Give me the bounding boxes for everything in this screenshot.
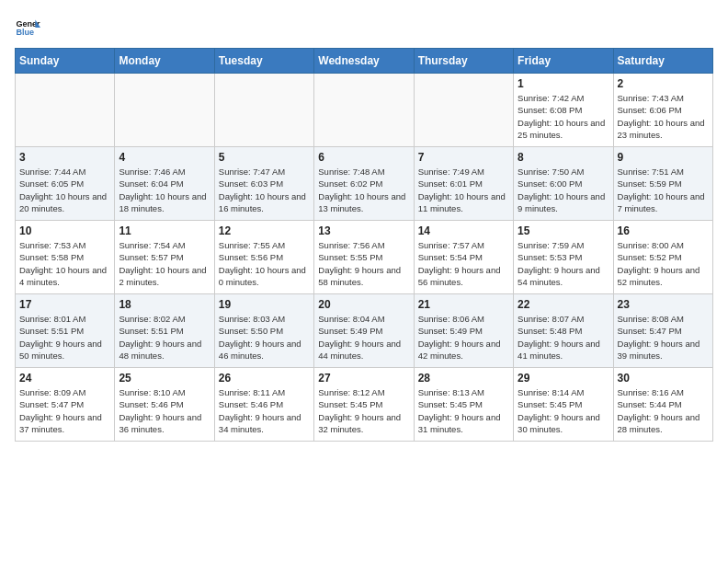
day-info: Sunrise: 7:57 AM Sunset: 5:54 PM Dayligh… — [418, 239, 509, 288]
calendar-cell: 9Sunrise: 7:51 AM Sunset: 5:59 PM Daylig… — [613, 147, 712, 221]
day-info: Sunrise: 8:07 AM Sunset: 5:48 PM Dayligh… — [518, 313, 609, 362]
day-info: Sunrise: 8:00 AM Sunset: 5:52 PM Dayligh… — [618, 239, 709, 288]
day-info: Sunrise: 7:47 AM Sunset: 6:03 PM Dayligh… — [219, 166, 310, 214]
calendar-cell: 14Sunrise: 7:57 AM Sunset: 5:54 PM Dayli… — [414, 221, 513, 294]
day-info: Sunrise: 7:51 AM Sunset: 5:59 PM Dayligh… — [618, 166, 709, 214]
day-number: 22 — [518, 298, 609, 311]
calendar-cell — [16, 74, 115, 147]
day-info: Sunrise: 7:55 AM Sunset: 5:56 PM Dayligh… — [219, 239, 310, 288]
day-number: 27 — [318, 372, 409, 385]
calendar-cell: 27Sunrise: 8:12 AM Sunset: 5:45 PM Dayli… — [314, 368, 414, 442]
day-info: Sunrise: 8:11 AM Sunset: 5:46 PM Dayligh… — [219, 386, 310, 435]
calendar-cell: 28Sunrise: 8:13 AM Sunset: 5:45 PM Dayli… — [414, 368, 513, 442]
day-info: Sunrise: 8:10 AM Sunset: 5:46 PM Dayligh… — [119, 386, 210, 435]
day-number: 1 — [518, 77, 609, 90]
day-number: 5 — [219, 151, 310, 164]
day-info: Sunrise: 7:48 AM Sunset: 6:02 PM Dayligh… — [318, 166, 409, 214]
day-info: Sunrise: 7:56 AM Sunset: 5:55 PM Dayligh… — [318, 239, 409, 288]
weekday-header-monday: Monday — [115, 49, 214, 74]
page-header: General Blue — [15, 15, 713, 40]
calendar-cell: 7Sunrise: 7:49 AM Sunset: 6:01 PM Daylig… — [414, 147, 513, 221]
day-info: Sunrise: 8:04 AM Sunset: 5:49 PM Dayligh… — [318, 313, 409, 362]
calendar-cell: 19Sunrise: 8:03 AM Sunset: 5:50 PM Dayli… — [214, 294, 313, 368]
day-info: Sunrise: 7:49 AM Sunset: 6:01 PM Dayligh… — [418, 166, 509, 214]
day-number: 16 — [618, 224, 709, 237]
day-number: 17 — [19, 298, 110, 311]
calendar-cell: 4Sunrise: 7:46 AM Sunset: 6:04 PM Daylig… — [115, 147, 214, 221]
day-info: Sunrise: 7:53 AM Sunset: 5:58 PM Dayligh… — [19, 239, 110, 288]
day-info: Sunrise: 8:16 AM Sunset: 5:44 PM Dayligh… — [618, 386, 709, 435]
day-number: 30 — [618, 372, 709, 385]
calendar-cell: 10Sunrise: 7:53 AM Sunset: 5:58 PM Dayli… — [16, 221, 115, 294]
logo: General Blue — [15, 15, 44, 40]
day-info: Sunrise: 8:01 AM Sunset: 5:51 PM Dayligh… — [19, 313, 110, 362]
calendar-cell: 13Sunrise: 7:56 AM Sunset: 5:55 PM Dayli… — [314, 221, 414, 294]
calendar-cell: 24Sunrise: 8:09 AM Sunset: 5:47 PM Dayli… — [16, 368, 115, 442]
day-number: 12 — [219, 224, 310, 237]
calendar-cell: 21Sunrise: 8:06 AM Sunset: 5:49 PM Dayli… — [414, 294, 513, 368]
day-info: Sunrise: 8:14 AM Sunset: 5:45 PM Dayligh… — [518, 386, 609, 435]
day-info: Sunrise: 8:12 AM Sunset: 5:45 PM Dayligh… — [318, 386, 409, 435]
day-info: Sunrise: 7:54 AM Sunset: 5:57 PM Dayligh… — [119, 239, 210, 288]
calendar-cell: 17Sunrise: 8:01 AM Sunset: 5:51 PM Dayli… — [16, 294, 115, 368]
day-info: Sunrise: 8:08 AM Sunset: 5:47 PM Dayligh… — [618, 313, 709, 362]
day-number: 13 — [318, 224, 409, 237]
weekday-header-wednesday: Wednesday — [314, 49, 414, 74]
day-number: 28 — [418, 372, 509, 385]
calendar-cell: 16Sunrise: 8:00 AM Sunset: 5:52 PM Dayli… — [613, 221, 712, 294]
day-number: 11 — [119, 224, 210, 237]
svg-text:Blue: Blue — [16, 28, 34, 37]
weekday-header-friday: Friday — [514, 49, 613, 74]
calendar-cell: 26Sunrise: 8:11 AM Sunset: 5:46 PM Dayli… — [214, 368, 313, 442]
calendar-cell: 11Sunrise: 7:54 AM Sunset: 5:57 PM Dayli… — [115, 221, 214, 294]
calendar-cell: 2Sunrise: 7:43 AM Sunset: 6:06 PM Daylig… — [613, 74, 712, 147]
day-info: Sunrise: 8:06 AM Sunset: 5:49 PM Dayligh… — [418, 313, 509, 362]
calendar-cell: 29Sunrise: 8:14 AM Sunset: 5:45 PM Dayli… — [514, 368, 613, 442]
weekday-header-saturday: Saturday — [613, 49, 712, 74]
calendar-cell: 6Sunrise: 7:48 AM Sunset: 6:02 PM Daylig… — [314, 147, 414, 221]
logo-icon: General Blue — [15, 15, 40, 40]
day-number: 10 — [19, 224, 110, 237]
weekday-header-tuesday: Tuesday — [214, 49, 313, 74]
day-info: Sunrise: 8:03 AM Sunset: 5:50 PM Dayligh… — [219, 313, 310, 362]
calendar-cell — [314, 74, 414, 147]
day-number: 2 — [618, 77, 709, 90]
calendar-cell — [414, 74, 513, 147]
calendar-cell: 25Sunrise: 8:10 AM Sunset: 5:46 PM Dayli… — [115, 368, 214, 442]
calendar-cell: 18Sunrise: 8:02 AM Sunset: 5:51 PM Dayli… — [115, 294, 214, 368]
day-number: 19 — [219, 298, 310, 311]
day-info: Sunrise: 7:46 AM Sunset: 6:04 PM Dayligh… — [119, 166, 210, 214]
day-number: 21 — [418, 298, 509, 311]
calendar-cell: 1Sunrise: 7:42 AM Sunset: 6:08 PM Daylig… — [514, 74, 613, 147]
day-info: Sunrise: 8:02 AM Sunset: 5:51 PM Dayligh… — [119, 313, 210, 362]
day-number: 8 — [518, 151, 609, 164]
day-number: 20 — [318, 298, 409, 311]
day-number: 6 — [318, 151, 409, 164]
calendar-cell: 15Sunrise: 7:59 AM Sunset: 5:53 PM Dayli… — [514, 221, 613, 294]
day-info: Sunrise: 8:13 AM Sunset: 5:45 PM Dayligh… — [418, 386, 509, 435]
day-number: 29 — [518, 372, 609, 385]
weekday-header-thursday: Thursday — [414, 49, 513, 74]
weekday-header-sunday: Sunday — [16, 49, 115, 74]
day-info: Sunrise: 7:43 AM Sunset: 6:06 PM Dayligh… — [618, 92, 709, 141]
day-number: 3 — [19, 151, 110, 164]
calendar-cell: 8Sunrise: 7:50 AM Sunset: 6:00 PM Daylig… — [514, 147, 613, 221]
calendar-cell: 23Sunrise: 8:08 AM Sunset: 5:47 PM Dayli… — [613, 294, 712, 368]
calendar-cell: 12Sunrise: 7:55 AM Sunset: 5:56 PM Dayli… — [214, 221, 313, 294]
calendar-cell — [115, 74, 214, 147]
day-number: 24 — [19, 372, 110, 385]
calendar-cell — [214, 74, 313, 147]
day-number: 4 — [119, 151, 210, 164]
calendar: SundayMondayTuesdayWednesdayThursdayFrid… — [15, 48, 713, 442]
day-info: Sunrise: 7:50 AM Sunset: 6:00 PM Dayligh… — [518, 166, 609, 214]
day-number: 7 — [418, 151, 509, 164]
day-number: 14 — [418, 224, 509, 237]
day-number: 18 — [119, 298, 210, 311]
calendar-cell: 22Sunrise: 8:07 AM Sunset: 5:48 PM Dayli… — [514, 294, 613, 368]
day-number: 23 — [618, 298, 709, 311]
day-number: 9 — [618, 151, 709, 164]
calendar-cell: 3Sunrise: 7:44 AM Sunset: 6:05 PM Daylig… — [16, 147, 115, 221]
day-info: Sunrise: 7:44 AM Sunset: 6:05 PM Dayligh… — [19, 166, 110, 214]
day-number: 26 — [219, 372, 310, 385]
day-info: Sunrise: 8:09 AM Sunset: 5:47 PM Dayligh… — [19, 386, 110, 435]
